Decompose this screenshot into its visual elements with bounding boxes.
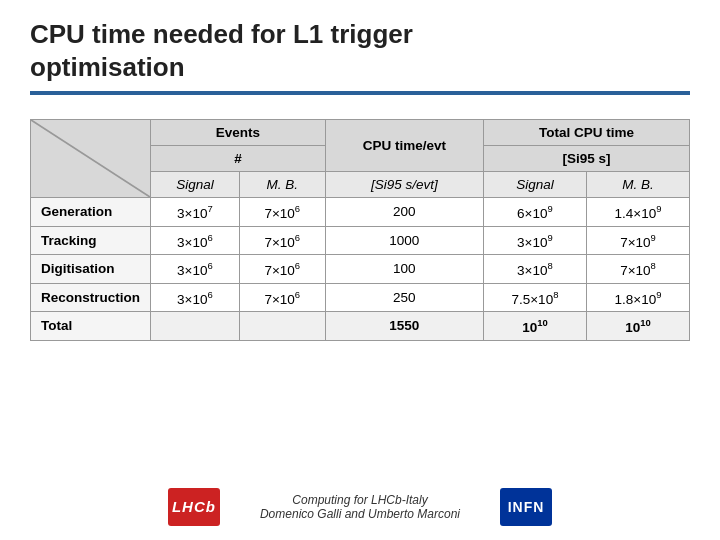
recon-mb-events: 7×106 (239, 283, 325, 312)
mb-col-header1: M. B. (239, 172, 325, 198)
track-sig-events: 3×106 (151, 226, 240, 255)
total-signal-col-header: Signal (483, 172, 586, 198)
total-sig-events (151, 312, 240, 341)
recon-total-sig: 7.5×108 (483, 283, 586, 312)
digi-total-mb: 7×108 (586, 255, 689, 284)
total-mb-events (239, 312, 325, 341)
digi-cpu-evt: 100 (325, 255, 483, 284)
header-row-1: Events CPU time/evt Total CPU time (31, 120, 690, 146)
recon-cpu-evt: 250 (325, 283, 483, 312)
track-cpu-evt: 1000 (325, 226, 483, 255)
events-header: Events (151, 120, 326, 146)
digi-mb-events: 7×106 (239, 255, 325, 284)
digi-sig-events: 3×106 (151, 255, 240, 284)
total-cpu-evt: 1550 (325, 312, 483, 341)
footer-line1: Computing for LHCb-Italy (260, 493, 460, 507)
recon-sig-events: 3×106 (151, 283, 240, 312)
gen-total-mb: 1.4×109 (586, 198, 689, 227)
table-row: Digitisation 3×106 7×106 100 3×108 7×108 (31, 255, 690, 284)
row-label-tracking: Tracking (31, 226, 151, 255)
title-line1: CPU time needed for L1 trigger (30, 19, 413, 49)
total-mb-col-header: M. B. (586, 172, 689, 198)
recon-total-mb: 1.8×109 (586, 283, 689, 312)
footer: LHCb Computing for LHCb-Italy Domenico G… (0, 488, 720, 526)
footer-text: Computing for LHCb-Italy Domenico Galli … (260, 493, 460, 521)
track-mb-events: 7×106 (239, 226, 325, 255)
row-label-digitisation: Digitisation (31, 255, 151, 284)
footer-line2: Domenico Galli and Umberto Marconi (260, 507, 460, 521)
row-label-generation: Generation (31, 198, 151, 227)
table-row: Reconstruction 3×106 7×106 250 7.5×108 1… (31, 283, 690, 312)
gen-sig-events: 3×107 (151, 198, 240, 227)
digi-total-sig: 3×108 (483, 255, 586, 284)
cpu-evt-sub-header: [Si95 s/evt] (325, 172, 483, 198)
title-line2: optimisation (30, 52, 185, 82)
track-total-sig: 3×109 (483, 226, 586, 255)
total-cpu-sub-header: [Si95 s] (483, 146, 689, 172)
page-title: CPU time needed for L1 trigger optimisat… (30, 18, 690, 83)
data-table: Events CPU time/evt Total CPU time # [Si… (30, 119, 690, 341)
gen-mb-events: 7×106 (239, 198, 325, 227)
total-row: Total 1550 1010 1010 (31, 312, 690, 341)
infn-logo-text: INFN (508, 499, 545, 515)
divider-bar (30, 91, 690, 95)
signal-col-header: Signal (151, 172, 240, 198)
total-total-sig: 1010 (483, 312, 586, 341)
gen-cpu-evt: 200 (325, 198, 483, 227)
track-total-mb: 7×109 (586, 226, 689, 255)
total-total-mb: 1010 (586, 312, 689, 341)
row-label-reconstruction: Reconstruction (31, 283, 151, 312)
events-num-header: # (151, 146, 326, 172)
lhcb-logo: LHCb (168, 488, 220, 526)
page: CPU time needed for L1 trigger optimisat… (0, 0, 720, 540)
lhcb-logo-text: LHCb (172, 499, 216, 516)
gen-total-sig: 6×109 (483, 198, 586, 227)
table-row: Tracking 3×106 7×106 1000 3×109 7×109 (31, 226, 690, 255)
header: CPU time needed for L1 trigger optimisat… (0, 0, 720, 119)
table-row: Generation 3×107 7×106 200 6×109 1.4×109 (31, 198, 690, 227)
row-label-total: Total (31, 312, 151, 341)
total-cpu-header: Total CPU time (483, 120, 689, 146)
svg-line-0 (31, 120, 150, 197)
table-container: Events CPU time/evt Total CPU time # [Si… (0, 119, 720, 341)
diagonal-header-cell (31, 120, 151, 198)
cpu-evt-header: CPU time/evt (325, 120, 483, 172)
infn-logo: INFN (500, 488, 552, 526)
